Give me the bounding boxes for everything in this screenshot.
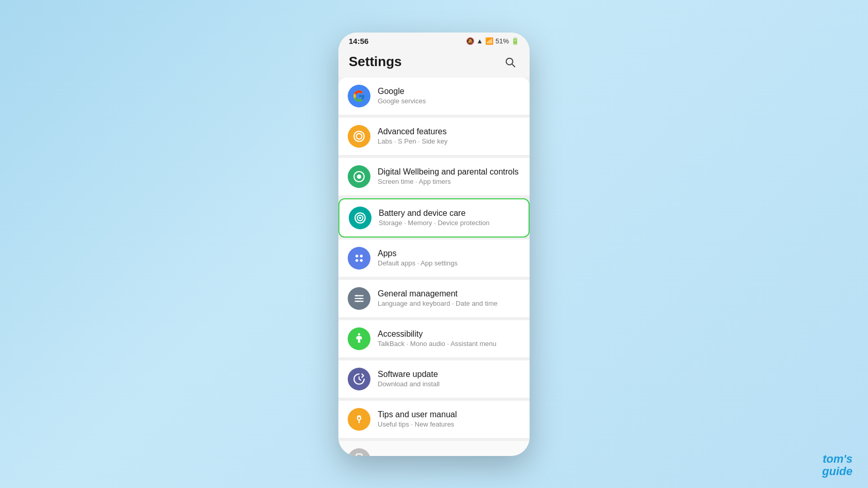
settings-header: Settings — [338, 48, 530, 77]
svg-point-3 — [357, 174, 362, 179]
advanced-features-subtitle: Labs · S Pen · Side key — [378, 137, 447, 145]
settings-list: Google Google services Advanced features… — [338, 77, 530, 456]
toms-guide-line1: tom's — [822, 453, 853, 465]
about-phone-title: About phone — [378, 455, 425, 456]
apps-text: Apps Default apps · App settings — [378, 249, 458, 267]
general-management-subtitle: Language and keyboard · Date and time — [378, 300, 498, 307]
general-management-icon — [348, 287, 370, 310]
svg-point-8 — [360, 254, 363, 257]
svg-point-7 — [355, 254, 358, 257]
apps-title: Apps — [378, 249, 458, 258]
digital-wellbeing-icon — [348, 165, 370, 188]
apps-subtitle: Default apps · App settings — [378, 259, 458, 267]
settings-item-advanced-features[interactable]: Advanced features Labs · S Pen · Side ke… — [338, 118, 530, 155]
tips-user-manual-title: Tips and user manual — [378, 410, 457, 419]
wifi-icon: ▲ — [476, 37, 483, 45]
software-update-icon — [348, 368, 370, 390]
svg-point-9 — [355, 259, 358, 261]
settings-item-google[interactable]: Google Google services — [338, 77, 530, 115]
advanced-features-title: Advanced features — [378, 127, 447, 136]
google-icon — [348, 85, 370, 107]
svg-rect-20 — [357, 454, 362, 456]
battery-text: 51% — [495, 37, 509, 45]
about-phone-icon — [348, 448, 370, 456]
mute-icon: 🔕 — [466, 37, 474, 45]
battery-device-care-title: Battery and device care — [379, 209, 490, 218]
settings-item-accessibility[interactable]: Accessibility TalkBack · Mono audio · As… — [338, 320, 530, 357]
tips-user-manual-subtitle: Useful tips · New features — [378, 420, 457, 428]
accessibility-text: Accessibility TalkBack · Mono audio · As… — [378, 329, 497, 348]
battery-icon: 🔋 — [511, 37, 519, 45]
general-management-title: General management — [378, 289, 498, 298]
status-icons: 🔕 ▲ 📶 51% 🔋 — [466, 37, 519, 45]
svg-point-17 — [358, 333, 360, 335]
svg-rect-12 — [354, 297, 363, 298]
settings-item-apps[interactable]: Apps Default apps · App settings — [338, 240, 530, 277]
svg-point-15 — [360, 297, 361, 299]
svg-point-6 — [359, 216, 361, 218]
toms-guide-watermark: tom's guide — [822, 453, 853, 478]
svg-rect-11 — [354, 295, 363, 296]
advanced-features-text: Advanced features Labs · S Pen · Side ke… — [378, 127, 447, 145]
settings-item-about-phone[interactable]: About phone — [338, 441, 530, 456]
battery-device-care-icon — [349, 207, 371, 229]
accessibility-icon — [348, 327, 370, 350]
digital-wellbeing-title: Digital Wellbeing and parental controls — [378, 167, 519, 177]
accessibility-title: Accessibility — [378, 329, 497, 339]
digital-wellbeing-text: Digital Wellbeing and parental controls … — [378, 167, 519, 185]
page-title: Settings — [349, 54, 402, 70]
general-management-text: General management Language and keyboard… — [378, 289, 498, 307]
google-title: Google — [378, 87, 426, 96]
battery-device-care-text: Battery and device care Storage · Memory… — [379, 209, 490, 227]
settings-item-general-management[interactable]: General management Language and keyboard… — [338, 280, 530, 317]
settings-item-digital-wellbeing[interactable]: Digital Wellbeing and parental controls … — [338, 158, 530, 195]
software-update-subtitle: Download and install — [378, 380, 440, 388]
svg-point-10 — [360, 259, 363, 261]
search-button[interactable] — [501, 53, 519, 71]
signal-icon: 📶 — [485, 37, 493, 45]
status-bar: 14:56 🔕 ▲ 📶 51% 🔋 — [338, 33, 530, 48]
phone-frame: 14:56 🔕 ▲ 📶 51% 🔋 Settings — [338, 33, 530, 456]
settings-item-battery-device-care[interactable]: Battery and device care Storage · Memory… — [338, 198, 530, 238]
tips-user-manual-icon — [348, 408, 370, 431]
settings-item-software-update[interactable]: Software update Download and install — [338, 360, 530, 398]
svg-rect-13 — [354, 301, 363, 302]
svg-point-16 — [357, 300, 359, 302]
advanced-features-icon — [348, 125, 370, 148]
tips-user-manual-text: Tips and user manual Useful tips · New f… — [378, 410, 457, 428]
apps-icon — [348, 247, 370, 270]
google-subtitle: Google services — [378, 97, 426, 105]
software-update-title: Software update — [378, 370, 440, 379]
toms-guide-line2: guide — [822, 465, 853, 478]
accessibility-subtitle: TalkBack · Mono audio · Assistant menu — [378, 340, 497, 348]
battery-device-care-subtitle: Storage · Memory · Device protection — [379, 219, 490, 227]
svg-line-1 — [512, 64, 515, 67]
digital-wellbeing-subtitle: Screen time · App timers — [378, 178, 519, 185]
status-time: 14:56 — [349, 37, 368, 45]
software-update-text: Software update Download and install — [378, 370, 440, 388]
google-item-text: Google Google services — [378, 87, 426, 105]
settings-item-tips-user-manual[interactable]: Tips and user manual Useful tips · New f… — [338, 401, 530, 438]
about-phone-text: About phone — [378, 455, 425, 456]
svg-point-14 — [356, 294, 358, 296]
